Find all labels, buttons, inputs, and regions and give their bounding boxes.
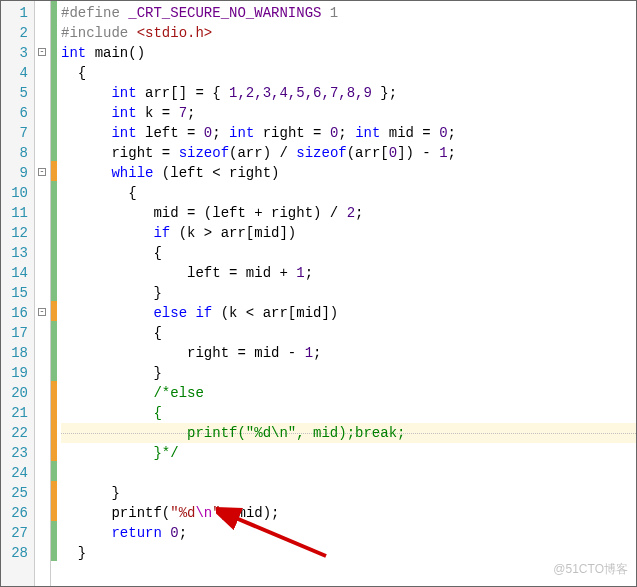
line-number: 26 — [3, 503, 28, 523]
function-name: main — [95, 45, 129, 61]
code-line[interactable]: #define _CRT_SECURE_NO_WARNINGS 1 — [61, 3, 636, 23]
line-number: 18 — [3, 343, 28, 363]
line-number: 1 — [3, 3, 28, 23]
line-number: 6 — [3, 103, 28, 123]
code-line[interactable]: { — [61, 403, 636, 423]
line-number: 5 — [3, 83, 28, 103]
code-line[interactable]: int left = 0; int right = 0; int mid = 0… — [61, 123, 636, 143]
code-line[interactable]: int arr[] = { 1,2,3,4,5,6,7,8,9 }; — [61, 83, 636, 103]
line-number: 15 — [3, 283, 28, 303]
code-editor[interactable]: 1234567891011121314151617181920212223242… — [0, 0, 637, 587]
fold-toggle-icon[interactable]: - — [38, 48, 46, 56]
code-line[interactable]: while (left < right) — [61, 163, 636, 183]
code-line[interactable]: mid = (left + right) / 2; — [61, 203, 636, 223]
line-number: 20 — [3, 383, 28, 403]
fold-toggle-icon[interactable]: - — [38, 308, 46, 316]
fold-marker-column: --- — [35, 1, 51, 586]
include-header: <stdio.h> — [137, 25, 213, 41]
code-line[interactable]: if (k > arr[mid]) — [61, 223, 636, 243]
code-line[interactable]: #include <stdio.h> — [61, 23, 636, 43]
code-line[interactable]: } — [61, 283, 636, 303]
code-line[interactable]: printf("%d\n", mid); — [61, 503, 636, 523]
line-number: 11 — [3, 203, 28, 223]
line-number: 19 — [3, 363, 28, 383]
fold-toggle-icon[interactable]: - — [38, 168, 46, 176]
code-line[interactable]: right = mid - 1; — [61, 343, 636, 363]
line-number: 12 — [3, 223, 28, 243]
line-number: 16 — [3, 303, 28, 323]
line-number: 27 — [3, 523, 28, 543]
code-line[interactable]: /*else — [61, 383, 636, 403]
code-line[interactable]: } — [61, 543, 636, 563]
line-number: 22 — [3, 423, 28, 443]
line-number: 24 — [3, 463, 28, 483]
code-line[interactable]: else if (k < arr[mid]) — [61, 303, 636, 323]
line-number: 2 — [3, 23, 28, 43]
code-line[interactable]: { — [61, 323, 636, 343]
code-line-highlighted[interactable]: printf("%d\n", mid);break; — [61, 423, 636, 443]
line-number: 3 — [3, 43, 28, 63]
code-line[interactable]: } — [61, 363, 636, 383]
line-number: 4 — [3, 63, 28, 83]
code-line[interactable]: { — [61, 63, 636, 83]
line-number: 10 — [3, 183, 28, 203]
code-line[interactable]: right = sizeof(arr) / sizeof(arr[0]) - 1… — [61, 143, 636, 163]
line-number: 7 — [3, 123, 28, 143]
code-area[interactable]: #define _CRT_SECURE_NO_WARNINGS 1 #inclu… — [57, 1, 636, 586]
line-number: 13 — [3, 243, 28, 263]
line-number: 17 — [3, 323, 28, 343]
directive-keyword: define — [69, 5, 119, 21]
code-line[interactable]: } — [61, 483, 636, 503]
code-line[interactable]: int k = 7; — [61, 103, 636, 123]
code-line[interactable]: left = mid + 1; — [61, 263, 636, 283]
line-number: 8 — [3, 143, 28, 163]
code-line[interactable]: { — [61, 183, 636, 203]
line-number: 25 — [3, 483, 28, 503]
line-number: 9 — [3, 163, 28, 183]
line-number: 23 — [3, 443, 28, 463]
code-line[interactable]: return 0; — [61, 523, 636, 543]
line-number: 21 — [3, 403, 28, 423]
line-number: 14 — [3, 263, 28, 283]
line-number-gutter: 1234567891011121314151617181920212223242… — [1, 1, 35, 586]
code-line[interactable]: }*/ — [61, 443, 636, 463]
line-number: 28 — [3, 543, 28, 563]
code-line[interactable]: int main() — [61, 43, 636, 63]
code-line[interactable] — [61, 463, 636, 483]
macro-name: _CRT_SECURE_NO_WARNINGS — [128, 5, 321, 21]
code-line[interactable]: { — [61, 243, 636, 263]
